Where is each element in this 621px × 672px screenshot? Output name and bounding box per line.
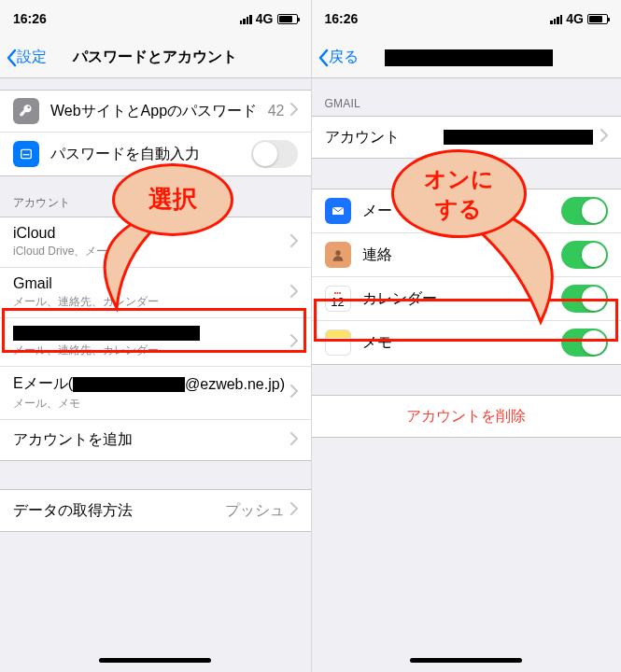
redacted-value: [444, 130, 593, 145]
nav-bar: 設定 パスワードとアカウント: [0, 37, 311, 78]
fetch-row[interactable]: データの取得方法 プッシュ: [0, 490, 311, 531]
fetch-label: データの取得方法: [13, 501, 225, 521]
redacted-title: [385, 49, 553, 66]
annotation-callout-turn-on: オンに する: [391, 149, 527, 238]
account-row-redacted[interactable]: メール、連絡先、カレンダー: [0, 317, 311, 366]
contacts-toggle[interactable]: [561, 241, 608, 269]
chevron-right-icon: [290, 103, 298, 119]
mail-toggle[interactable]: [561, 197, 608, 225]
autofill-icon: [13, 141, 39, 167]
signal-icon: [550, 14, 562, 24]
contacts-icon: [325, 242, 351, 268]
chevron-right-icon: [290, 385, 298, 401]
annotation-text: オンに する: [424, 164, 494, 222]
status-bar: 16:26 4G: [312, 0, 622, 37]
service-label: メモ: [362, 333, 562, 353]
screen-account-detail: 16:26 4G 戻る GMAIL アカウント: [311, 0, 622, 672]
section-header-gmail: GMAIL: [312, 78, 622, 116]
notes-toggle[interactable]: [561, 329, 608, 357]
account-title: Eメール(: [13, 374, 73, 394]
add-account-label: アカウントを追加: [13, 430, 290, 450]
signal-icon: [240, 14, 252, 24]
chevron-right-icon: [290, 502, 298, 519]
screen-passwords-accounts: 16:26 4G 設定 パスワードとアカウント WebサイトとAppのパスワード…: [0, 0, 311, 672]
svg-rect-1: [23, 154, 30, 155]
calendar-toggle[interactable]: [561, 285, 608, 313]
home-indicator[interactable]: [410, 658, 522, 663]
redacted-segment: [73, 377, 185, 392]
annotation-text: 選択: [148, 184, 197, 216]
notes-icon: [325, 329, 351, 356]
account-sub: メール、メモ: [13, 396, 80, 412]
status-bar: 16:26 4G: [0, 0, 311, 37]
delete-account-label: アカウントを削除: [325, 407, 609, 427]
sites-passwords-row[interactable]: WebサイトとAppのパスワード 42: [0, 91, 311, 132]
back-button[interactable]: 戻る: [318, 48, 359, 67]
sites-passwords-count: 42: [268, 103, 285, 119]
chevron-right-icon: [290, 432, 298, 449]
sites-passwords-label: WebサイトとAppのパスワード: [50, 102, 268, 121]
account-label: アカウント: [325, 128, 400, 147]
add-account-row[interactable]: アカウントを追加: [0, 419, 311, 460]
autofill-toggle[interactable]: [251, 140, 298, 168]
svg-point-2: [335, 250, 340, 255]
calendar-icon: •••12: [325, 286, 351, 312]
home-indicator[interactable]: [99, 658, 211, 663]
account-sub: メール、連絡先、カレンダー: [13, 343, 159, 358]
key-icon: [13, 98, 39, 124]
delete-account-row[interactable]: アカウントを削除: [312, 396, 622, 437]
battery-icon: [277, 14, 298, 24]
account-title: iCloud: [13, 225, 55, 242]
battery-icon: [587, 14, 608, 24]
status-time: 16:26: [325, 11, 359, 26]
back-label: 戻る: [329, 48, 359, 67]
annotation-callout-select: 選択: [112, 163, 233, 236]
page-title: パスワードとアカウント: [73, 48, 237, 67]
nav-bar: 戻る: [312, 37, 622, 78]
back-button[interactable]: 設定: [6, 48, 47, 67]
chevron-right-icon: [290, 234, 298, 251]
back-label: 設定: [17, 48, 47, 67]
fetch-value: プッシュ: [225, 501, 285, 521]
redacted-title: [13, 326, 200, 341]
chevron-right-icon: [600, 129, 608, 146]
autofill-label: パスワードを自動入力: [50, 145, 251, 164]
chevron-right-icon: [290, 334, 298, 351]
status-network: 4G: [566, 11, 584, 26]
account-title: Gmail: [13, 275, 52, 292]
status-time: 16:26: [13, 11, 47, 26]
service-row-notes: メモ: [312, 320, 622, 364]
account-row-email[interactable]: Eメール( @ezweb.ne.jp) メール、メモ: [0, 366, 311, 419]
status-network: 4G: [256, 11, 274, 26]
account-title-tail: @ezweb.ne.jp): [185, 376, 285, 393]
mail-icon: [325, 198, 351, 224]
chevron-right-icon: [290, 285, 298, 301]
